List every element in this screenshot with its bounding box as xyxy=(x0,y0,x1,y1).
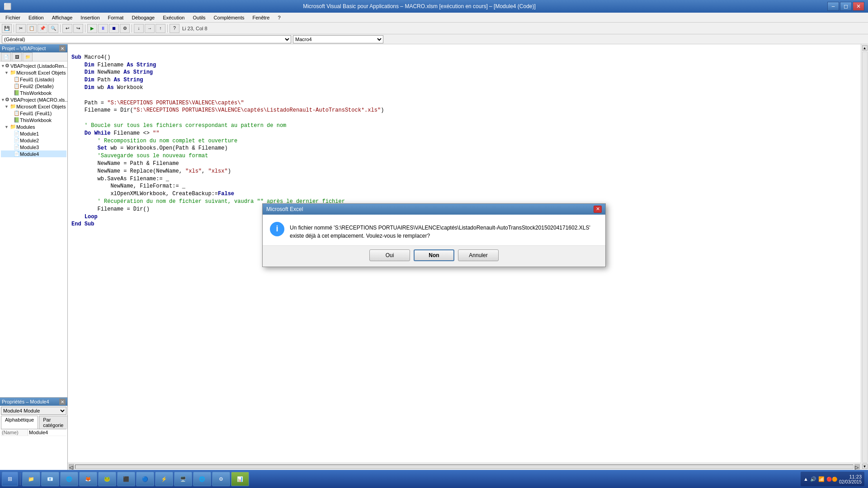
tab-alphabetique[interactable]: Alphabétique xyxy=(1,416,38,429)
menu-debogage[interactable]: Débogage xyxy=(128,13,158,22)
menu-complements[interactable]: Compléments xyxy=(210,13,248,22)
break-btn[interactable]: ⏸ xyxy=(98,24,108,33)
tree-module4[interactable]: 📄 Module4 xyxy=(1,150,66,157)
menu-format[interactable]: Format xyxy=(104,13,127,22)
project-icon: ⚙ xyxy=(5,63,9,69)
clock[interactable]: 11:23 02/03/2015 xyxy=(839,474,862,484)
tray-arrow[interactable]: ▲ xyxy=(803,476,808,482)
run-btn[interactable]: ▶ xyxy=(87,24,97,33)
tree-label: Feuil1 (Listado) xyxy=(20,77,54,82)
tree-feuil1-listado[interactable]: 📋 Feuil1 (Listado) xyxy=(1,76,66,83)
save-btn[interactable]: 💾 xyxy=(2,24,12,33)
restore-button[interactable]: ◻ xyxy=(840,2,852,11)
taskbar-outlook[interactable]: 📧 xyxy=(41,472,59,486)
context-select[interactable]: (Général) xyxy=(2,35,291,43)
scroll-left-btn[interactable]: ◁ xyxy=(69,464,74,469)
step-out-btn[interactable]: ↑ xyxy=(156,24,165,33)
title-bar-controls: – ◻ ✕ xyxy=(827,2,864,11)
menu-help[interactable]: ? xyxy=(274,13,284,22)
dialog-non-button[interactable]: Non xyxy=(414,249,454,261)
scroll-right-btn[interactable]: ▷ xyxy=(854,464,860,469)
find-btn[interactable]: 🔍 xyxy=(48,24,58,33)
tree-excel-objs-2[interactable]: ▼ 📁 Microsoft Excel Objets xyxy=(1,103,66,110)
copy-btn[interactable]: 📋 xyxy=(27,24,37,33)
proj-view-code[interactable]: 📄 xyxy=(1,52,11,61)
minimize-button[interactable]: – xyxy=(827,2,839,11)
tray-sound[interactable]: 🔊 xyxy=(810,476,816,482)
taskbar-explorer[interactable]: 📁 xyxy=(22,472,40,486)
dialog-oui-button[interactable]: Oui xyxy=(369,249,410,261)
tree-feuil1-feuil1[interactable]: 📋 Feuil1 (Feuil1) xyxy=(1,110,66,117)
tree-label: Microsoft Excel Objets xyxy=(16,104,66,109)
tree-label: VBAProject (MACRO.xls... xyxy=(10,97,67,103)
mode-btn[interactable]: ⚙ xyxy=(120,24,130,33)
properties-title-bar: Propriétés – Module4 ✕ xyxy=(0,398,67,406)
expand-icon xyxy=(8,138,14,143)
tree-modules-folder[interactable]: ▼ 📁 Modules xyxy=(1,123,66,130)
taskbar-app4[interactable]: ⚙ xyxy=(212,472,230,486)
tree-label: Module4 xyxy=(20,151,39,157)
paste-btn[interactable]: 📌 xyxy=(38,24,47,33)
tree-label: Module2 xyxy=(20,138,39,143)
dialog-info-icon: i xyxy=(270,222,284,236)
tree-label: Modules xyxy=(16,124,35,130)
tree-vbaproject-macro[interactable]: ▼ ⚙ VBAProject (MACRO.xls... xyxy=(1,96,66,103)
redo-btn[interactable]: ↪ xyxy=(73,24,83,33)
taskbar-ie2[interactable]: 🌐 xyxy=(193,472,211,486)
tree-thisworkbook-2[interactable]: 📗 ThisWorkbook xyxy=(1,117,66,123)
undo-btn[interactable]: ↩ xyxy=(62,24,72,33)
start-button[interactable]: ⊞ xyxy=(2,472,18,486)
folder-icon: 📁 xyxy=(10,124,16,130)
macro-select[interactable]: Macro4 xyxy=(293,35,383,43)
cut-btn[interactable]: ✂ xyxy=(16,24,26,33)
taskbar-cmd[interactable]: ⬛ xyxy=(117,472,135,486)
tree-module1[interactable]: 📄 Module1 xyxy=(1,130,66,137)
taskbar-app1[interactable]: 🐸 xyxy=(98,472,116,486)
linecol-display: Li 23, Col 8 xyxy=(182,26,208,31)
project-toolbar: 📄 🖼 📁 xyxy=(0,52,67,61)
taskbar-dell[interactable]: 🖥️ xyxy=(174,472,192,486)
tab-par-categorie[interactable]: Par catégorie xyxy=(39,416,67,429)
project-close-btn[interactable]: ✕ xyxy=(59,45,66,52)
v-scrollbar[interactable]: ▲ ▼ xyxy=(861,44,868,470)
taskbar-app3[interactable]: ⚡ xyxy=(155,472,173,486)
tree-label: Feuil2 (Detalle) xyxy=(20,84,54,89)
tree-thisworkbook-1[interactable]: 📗 ThisWorkbook xyxy=(1,89,66,96)
proj-toggle-folders[interactable]: 📁 xyxy=(23,52,33,61)
scroll-up-btn[interactable]: ▲ xyxy=(862,45,868,51)
tree-vbaproject-listado[interactable]: ▼ ⚙ VBAProject (ListadoRen...) xyxy=(1,62,66,69)
menu-outils[interactable]: Outils xyxy=(189,13,209,22)
tree-excel-objs-1[interactable]: ▼ 📁 Microsoft Excel Objets xyxy=(1,69,66,76)
step-in-btn[interactable]: ↓ xyxy=(134,24,144,33)
menu-insertion[interactable]: Insertion xyxy=(77,13,103,22)
step-over-btn[interactable]: → xyxy=(145,24,155,33)
project-icon: ⚙ xyxy=(5,97,9,103)
scroll-down-btn[interactable]: ▼ xyxy=(862,464,868,469)
dialog-close-button[interactable]: ✕ xyxy=(594,206,602,213)
properties-close-btn[interactable]: ✕ xyxy=(59,399,66,405)
menu-fichier[interactable]: Fichier xyxy=(2,13,24,22)
taskbar-firefox[interactable]: 🦊 xyxy=(79,472,97,486)
taskbar-excel[interactable]: 📊 xyxy=(231,472,249,486)
reset-btn[interactable]: ⏹ xyxy=(109,24,119,33)
close-button[interactable]: ✕ xyxy=(853,2,864,11)
menu-fenetre[interactable]: Fenêtre xyxy=(249,13,273,22)
dialog-annuler-button[interactable]: Annuler xyxy=(458,249,499,261)
tree-feuil2-detalle[interactable]: 📋 Feuil2 (Detalle) xyxy=(1,83,66,89)
h-scrollbar-track[interactable] xyxy=(75,465,854,469)
tree-module2[interactable]: 📄 Module2 xyxy=(1,137,66,144)
menu-edition[interactable]: Edition xyxy=(25,13,47,22)
title-bar-title: Microsoft Visual Basic pour Applications… xyxy=(11,3,827,9)
title-bar-left: ⬜ xyxy=(4,3,11,10)
help-btn[interactable]: ? xyxy=(170,24,179,33)
proj-view-obj[interactable]: 🖼 xyxy=(12,52,22,61)
taskbar-app2[interactable]: 🔵 xyxy=(136,472,154,486)
tray-network[interactable]: 📶 xyxy=(818,476,825,482)
menu-affichage[interactable]: Affichage xyxy=(48,13,76,22)
properties-object-select[interactable]: Module4 Module xyxy=(1,407,66,415)
workbook-icon: 📗 xyxy=(14,90,20,96)
menu-execution[interactable]: Exécution xyxy=(159,13,188,22)
sep1 xyxy=(14,24,14,33)
taskbar-ie[interactable]: 🌐 xyxy=(60,472,78,486)
tree-module3[interactable]: 📄 Module3 xyxy=(1,144,66,150)
